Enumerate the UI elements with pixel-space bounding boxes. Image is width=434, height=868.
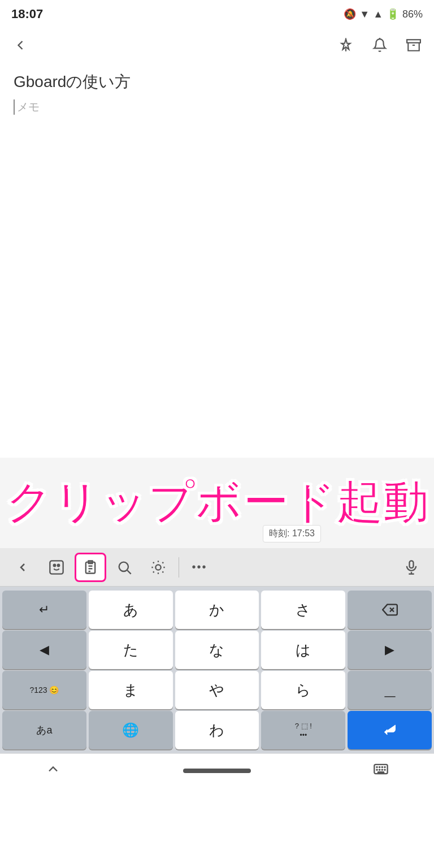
key-num-emoji[interactable]: ?123 😊 [2,671,86,709]
key-left-arrow[interactable]: ◀ [2,631,86,669]
app-bar-right [335,34,425,57]
back-button[interactable] [9,34,32,57]
battery-icon: 🔋 [387,8,399,20]
key-ha[interactable]: は [261,631,345,669]
keyboard-row-2: ◀ た な は ▶ [0,631,434,669]
key-backspace[interactable] [348,591,432,629]
key-space-bar[interactable]: ＿ [348,671,432,709]
emoji-toolbar-button[interactable] [41,553,72,582]
punct-top: ? ⬚ ! [295,722,312,730]
svg-point-5 [54,564,56,566]
mic-toolbar-button[interactable] [396,553,427,582]
key-sa[interactable]: さ [261,591,345,629]
bottom-nav [0,753,434,787]
wifi-icon: ▼ [359,8,370,20]
notification-muted-icon: 🔕 [344,8,356,20]
svg-point-11 [119,562,128,571]
punct-bottom: ••• [300,731,307,739]
key-wa[interactable]: わ [175,711,259,749]
search-toolbar-button[interactable] [108,553,140,582]
svg-point-13 [155,565,160,570]
home-indicator[interactable] [183,769,251,773]
svg-rect-2 [407,40,420,42]
key-right-arrow[interactable]: ▶ [348,631,432,669]
note-area[interactable]: Gboardの使い方 メモ [0,62,434,288]
svg-line-12 [127,570,131,574]
key-ma[interactable]: ま [89,671,173,709]
svg-point-6 [58,564,60,566]
app-bar-left [9,34,32,57]
keyboard-back-button[interactable] [7,553,38,582]
theme-toolbar-button[interactable] [142,553,174,582]
key-a[interactable]: あ [89,591,173,629]
note-placeholder: メモ [17,101,40,113]
time-badge: 時刻: 17:53 [263,525,321,542]
key-ta[interactable]: た [89,631,173,669]
signal-icon: ▲ [373,8,383,20]
time-display: 18:07 [11,7,43,21]
key-punctuation[interactable]: ? ⬚ ! ••• [261,711,345,749]
clipboard-toolbar-button[interactable] [75,553,106,582]
key-na[interactable]: な [175,631,259,669]
reminder-button[interactable] [368,34,391,57]
battery-percent: 86% [402,8,423,20]
status-icons: 🔕 ▼ ▲ 🔋 86% [344,8,423,20]
keyboard-row-3: ?123 😊 ま や ら ＿ [0,671,434,709]
keyboard-row-4: あa 🌐 わ ? ⬚ ! ••• [0,711,434,749]
key-ka[interactable]: か [175,591,259,629]
key-ra[interactable]: ら [261,671,345,709]
app-bar [0,28,434,62]
more-toolbar-button[interactable]: ••• [184,553,215,582]
svg-rect-14 [410,561,414,568]
archive-button[interactable] [402,34,425,57]
status-bar: 18:07 🔕 ▼ ▲ 🔋 86% [0,0,434,28]
keyboard-layout-button[interactable] [373,761,389,780]
key-enter-bottom[interactable] [348,711,432,749]
annotation-overlay: クリップボード起動 時刻: 17:53 [0,458,434,548]
note-title: Gboardの使い方 [14,71,420,93]
svg-rect-4 [50,561,63,574]
annotation-text: クリップボード起動 [5,480,429,526]
key-enter-top[interactable]: ↵ [2,591,86,629]
keyboard: ↵ あ か さ ◀ た な は ▶ ?123 😊 ま や ら ＿ あa 🌐 わ … [0,587,434,753]
empty-space [0,288,434,458]
keyboard-toolbar: ••• [0,548,434,587]
key-kana-toggle[interactable]: あa [2,711,86,749]
note-body[interactable]: メモ [14,99,420,115]
keyboard-row-1: ↵ あ か さ [0,591,434,629]
toolbar-divider [179,557,179,578]
key-ya[interactable]: や [175,671,259,709]
key-globe[interactable]: 🌐 [89,711,173,749]
keyboard-hide-button[interactable] [45,761,61,780]
pin-button[interactable] [335,34,357,57]
